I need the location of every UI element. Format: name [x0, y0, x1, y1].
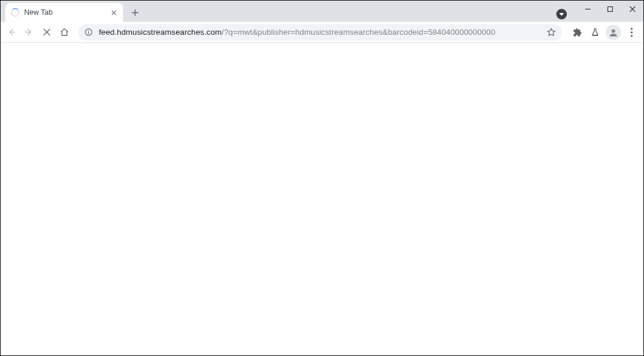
maximize-button[interactable]	[599, 1, 621, 17]
page-content	[1, 43, 643, 355]
arrow-left-icon	[6, 27, 16, 37]
svg-point-6	[630, 35, 632, 37]
stop-button[interactable]	[38, 24, 55, 41]
home-icon	[59, 27, 69, 37]
close-tab-button[interactable]	[109, 8, 118, 17]
person-icon	[608, 27, 619, 38]
svg-point-2	[88, 31, 89, 31]
url-path: /?q=mwt&publisher=hdmusicstreamsearches&…	[222, 28, 496, 37]
puzzle-icon	[573, 28, 582, 37]
home-button[interactable]	[56, 24, 72, 41]
browser-tab[interactable]: New Tab	[5, 3, 123, 22]
toolbar: feed.hdmusicstreamsearches.com/?q=mwt&pu…	[1, 22, 643, 43]
new-tab-button[interactable]	[127, 4, 143, 21]
profile-button[interactable]	[606, 25, 621, 40]
info-icon	[84, 28, 93, 37]
plus-icon	[131, 9, 139, 17]
star-icon	[546, 27, 556, 37]
toolbar-right	[569, 24, 640, 41]
back-button[interactable]	[3, 24, 19, 41]
svg-rect-0	[608, 6, 612, 11]
window-controls	[576, 1, 643, 18]
app-indicator-badge[interactable]	[556, 9, 567, 19]
labs-button[interactable]	[587, 24, 603, 41]
chrome-menu-button[interactable]	[623, 24, 640, 41]
url-text: feed.hdmusicstreamsearches.com/?q=mwt&pu…	[99, 28, 542, 37]
close-icon	[111, 10, 117, 15]
minimize-icon	[585, 6, 591, 12]
extensions-button[interactable]	[569, 24, 586, 41]
forward-button[interactable]	[21, 24, 37, 41]
url-host: feed.hdmusicstreamsearches.com	[99, 28, 222, 37]
close-icon	[629, 6, 636, 12]
arrow-right-icon	[24, 27, 34, 37]
maximize-icon	[607, 6, 613, 12]
tab-strip-region: New Tab	[1, 1, 643, 22]
svg-point-4	[630, 28, 632, 29]
bookmark-button[interactable]	[546, 27, 556, 37]
window-close-button[interactable]	[621, 1, 643, 17]
tab-strip: New Tab	[1, 1, 143, 22]
minimize-button[interactable]	[576, 1, 599, 17]
triangle-down-icon	[559, 11, 565, 17]
flask-icon	[590, 28, 600, 37]
dots-vertical-icon	[630, 28, 633, 37]
site-info-button[interactable]	[84, 28, 93, 37]
close-icon	[42, 27, 52, 37]
svg-point-3	[612, 29, 615, 32]
tab-title: New Tab	[24, 8, 109, 17]
loading-spinner-icon	[11, 8, 19, 17]
address-bar[interactable]: feed.hdmusicstreamsearches.com/?q=mwt&pu…	[78, 24, 562, 41]
svg-point-5	[630, 31, 632, 33]
